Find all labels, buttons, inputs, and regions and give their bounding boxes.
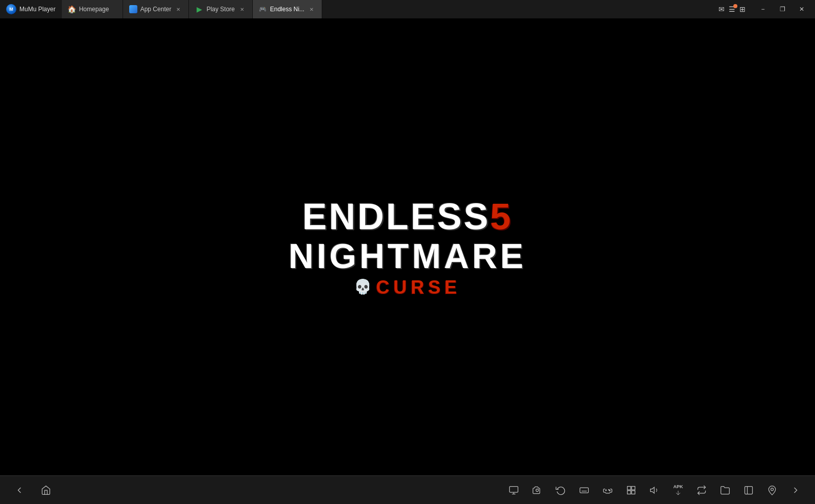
screen-record-button[interactable] [502,479,525,501]
svg-point-3 [536,489,539,491]
minimize-button[interactable]: − [754,0,772,18]
svg-rect-17 [632,490,635,494]
endless-game-icon: 🎮 [259,5,267,13]
apk-button[interactable]: APK [667,479,689,501]
tab-playstore-label: Play Store [206,6,234,13]
tab-playstore-close[interactable]: ✕ [238,5,246,13]
transfer-button[interactable] [690,479,713,501]
titlebar: M MuMu Player 🏠 Homepage App Center ✕ ▶ … [0,0,815,18]
bottom-left-nav [8,479,57,501]
game-title-nightmare: NIGHTMARE [289,237,526,275]
playstore-icon: ▶ [195,5,203,13]
apk-label: APK [673,484,683,489]
sidebar-toggle-button[interactable] [737,479,760,501]
mail-icon[interactable]: ✉ [718,5,725,13]
svg-rect-16 [628,490,631,494]
main-content: ENDLESS5 NIGHTMARE 💀 CURSE [0,18,815,475]
home-button[interactable] [35,479,57,501]
resize-button[interactable] [620,479,642,501]
svg-marker-18 [651,487,655,493]
app-title: MuMu Player [19,6,56,13]
game-logo: ENDLESS5 NIGHTMARE 💀 CURSE [289,197,526,298]
restore-button[interactable]: ❐ [773,0,792,18]
keyboard-button[interactable] [573,479,595,501]
app-logo: M MuMu Player [0,4,62,14]
svg-point-13 [609,490,610,491]
game-title-curse: CURSE [376,277,461,298]
game-title-curse-row: 💀 CURSE [289,277,526,298]
home-icon: 🏠 [68,5,76,13]
window-controls: − ❐ ✕ [750,0,815,18]
location-button[interactable] [761,479,783,501]
volume-button[interactable] [643,479,666,501]
bottom-right-tools: APK [502,479,807,501]
multi-window-icon[interactable]: ⊞ [739,5,746,13]
tab-endless[interactable]: 🎮 Endless Ni... ✕ [253,0,322,18]
tab-appcenter-label: App Center [140,6,172,13]
tab-appcenter-close[interactable]: ✕ [174,5,182,13]
tab-playstore[interactable]: ▶ Play Store ✕ [189,0,252,18]
notification-icon[interactable]: ☰ [729,5,735,13]
mumu-logo-icon: M [6,4,16,14]
svg-point-21 [771,488,774,490]
tab-endless-close[interactable]: ✕ [307,5,316,13]
bottom-toolbar: APK [0,475,815,504]
game-title-endless: ENDLESS [302,197,490,237]
back-button[interactable] [8,479,31,501]
system-tray: ✉ ☰ ⊞ [714,5,750,13]
gamepad-button[interactable] [596,479,619,501]
svg-rect-0 [510,486,518,492]
curse-skull-icon: 💀 [354,279,372,295]
game-title-number: 5 [490,196,513,237]
rotate-button[interactable] [549,479,572,501]
appcenter-icon [129,5,137,13]
tabs-container: 🏠 Homepage App Center ✕ ▶ Play Store ✕ 🎮… [62,0,714,18]
svg-point-12 [609,489,610,490]
tab-appcenter[interactable]: App Center ✕ [123,0,189,18]
tab-endless-label: Endless Ni... [270,6,304,13]
camera-button[interactable] [526,479,548,501]
svg-rect-19 [745,486,753,494]
tab-homepage-label: Homepage [79,6,109,13]
folder-button[interactable] [714,479,736,501]
more-settings-button[interactable] [784,479,807,501]
close-button[interactable]: ✕ [793,0,811,18]
svg-rect-15 [632,486,635,490]
svg-rect-14 [628,486,631,490]
tab-homepage[interactable]: 🏠 Homepage [62,0,123,18]
svg-rect-4 [580,488,589,493]
game-title-row1: ENDLESS5 [302,197,513,237]
notification-badge [733,4,737,8]
